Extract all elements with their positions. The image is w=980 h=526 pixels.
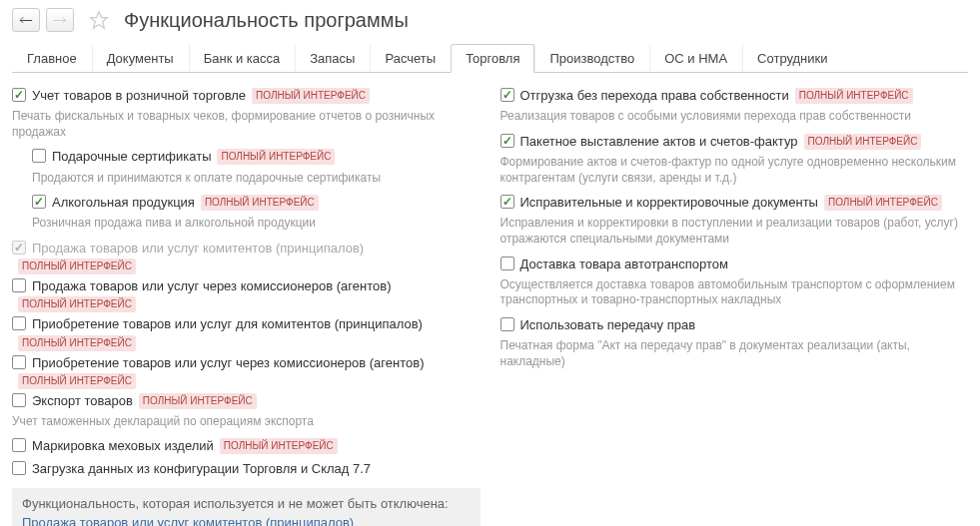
lbl-agents: Продажа товаров или услуг через комиссио… — [32, 277, 391, 295]
desc-gift: Продаются и принимаются к оплате подароч… — [32, 171, 481, 187]
tab-assets[interactable]: ОС и НМА — [649, 44, 742, 72]
lbl-buy-principals: Приобретение товаров или услуг для комит… — [32, 315, 423, 333]
lbl-fur: Маркировка меховых изделий — [32, 437, 214, 455]
badge-full: ПОЛНЫЙ ИНТЕРФЕЙС — [252, 88, 370, 104]
lbl-ship: Отгрузка без перехода права собственност… — [520, 87, 789, 105]
badge-full: ПОЛНЫЙ ИНТЕРФЕЙС — [18, 373, 136, 389]
lbl-alco: Алкогольная продукция — [52, 194, 195, 212]
desc-correct: Исправления и корректировки в поступлени… — [500, 216, 969, 247]
cb-principals — [12, 241, 26, 255]
cb-rights[interactable] — [500, 317, 514, 331]
lbl-correct: Исправительные и корректировочные докуме… — [520, 194, 818, 212]
tab-payments[interactable]: Расчеты — [370, 44, 451, 72]
tab-documents[interactable]: Документы — [92, 44, 189, 72]
desc-rights: Печатная форма "Акт на передачу прав" в … — [500, 338, 969, 369]
cb-batch[interactable] — [500, 134, 514, 148]
cb-correct[interactable] — [500, 195, 514, 209]
page-title: Функциональность программы — [124, 9, 409, 32]
cb-gift[interactable] — [32, 149, 46, 163]
cb-retail[interactable] — [12, 88, 26, 102]
lbl-principals: Продажа товаров или услуг комитентов (пр… — [32, 240, 364, 258]
cb-export[interactable] — [12, 393, 26, 407]
tab-trade[interactable]: Торговля — [451, 44, 534, 73]
badge-full: ПОЛНЫЙ ИНТЕРФЕЙС — [201, 195, 319, 211]
badge-full: ПОЛНЫЙ ИНТЕРФЕЙС — [18, 259, 136, 274]
lbl-delivery: Доставка товара автотранспортом — [520, 256, 728, 273]
infobox-title: Функциональность, которая используется и… — [22, 496, 471, 511]
tabs-bar: Главное Документы Банк и касса Запасы Ра… — [12, 44, 968, 73]
desc-delivery: Осуществляется доставка товаров автомоби… — [500, 277, 969, 308]
badge-full: ПОЛНЫЙ ИНТЕРФЕЙС — [18, 335, 136, 351]
badge-full: ПОЛНЫЙ ИНТЕРФЕЙС — [824, 195, 942, 211]
badge-full: ПОЛНЫЙ ИНТЕРФЕЙС — [795, 88, 913, 104]
forward-button[interactable]: 🡒 — [46, 8, 74, 32]
badge-full: ПОЛНЫЙ ИНТЕРФЕЙС — [220, 438, 338, 454]
lbl-batch: Пакетное выставление актов и счетов-факт… — [520, 133, 798, 151]
lbl-import77: Загрузка данных из конфигурации Торговля… — [32, 460, 371, 478]
desc-batch: Формирование актов и счетов-фактур по од… — [500, 155, 969, 186]
cb-ship[interactable] — [500, 88, 514, 102]
cb-delivery[interactable] — [500, 257, 514, 270]
lbl-export: Экспорт товаров — [32, 392, 133, 410]
svg-marker-0 — [91, 12, 108, 29]
badge-full: ПОЛНЫЙ ИНТЕРФЕЙС — [139, 393, 257, 409]
tab-employees[interactable]: Сотрудники — [742, 44, 842, 72]
tab-production[interactable]: Производство — [534, 44, 649, 72]
cb-fur[interactable] — [12, 438, 26, 452]
tab-main[interactable]: Главное — [12, 44, 92, 72]
lbl-buy-agents: Приобретение товаров или услуг через ком… — [32, 354, 424, 372]
lbl-rights: Использовать передачу прав — [520, 316, 696, 334]
tab-bank[interactable]: Банк и касса — [189, 44, 296, 72]
desc-retail: Печать фискальных и товарных чеков, форм… — [12, 109, 481, 140]
cb-alco[interactable] — [32, 195, 46, 209]
badge-full: ПОЛНЫЙ ИНТЕРФЕЙС — [18, 296, 136, 312]
desc-alco: Розничная продажа пива и алкогольной про… — [32, 216, 481, 232]
right-column: Отгрузка без перехода права собственност… — [500, 83, 969, 526]
cb-buy-principals[interactable] — [12, 316, 26, 330]
badge-full: ПОЛНЫЙ ИНТЕРФЕЙС — [804, 134, 922, 150]
desc-ship: Реализация товаров с особыми условиями п… — [500, 109, 969, 125]
lbl-retail: Учет товаров в розничной торговле — [32, 87, 246, 105]
lbl-gift: Подарочные сертификаты — [52, 148, 211, 166]
locked-infobox: Функциональность, которая используется и… — [12, 488, 481, 526]
back-button[interactable]: 🡐 — [12, 8, 40, 32]
desc-export: Учет таможенных деклараций по операциям … — [12, 414, 481, 430]
cb-agents[interactable] — [12, 278, 26, 292]
tab-stock[interactable]: Запасы — [295, 44, 370, 72]
infobox-link[interactable]: Продажа товаров или услуг комитентов (пр… — [22, 515, 354, 526]
favorite-icon[interactable] — [88, 9, 110, 31]
left-column: Учет товаров в розничной торговле ПОЛНЫЙ… — [12, 83, 481, 526]
cb-import77[interactable] — [12, 461, 26, 475]
badge-full: ПОЛНЫЙ ИНТЕРФЕЙС — [217, 149, 335, 165]
cb-buy-agents[interactable] — [12, 355, 26, 369]
